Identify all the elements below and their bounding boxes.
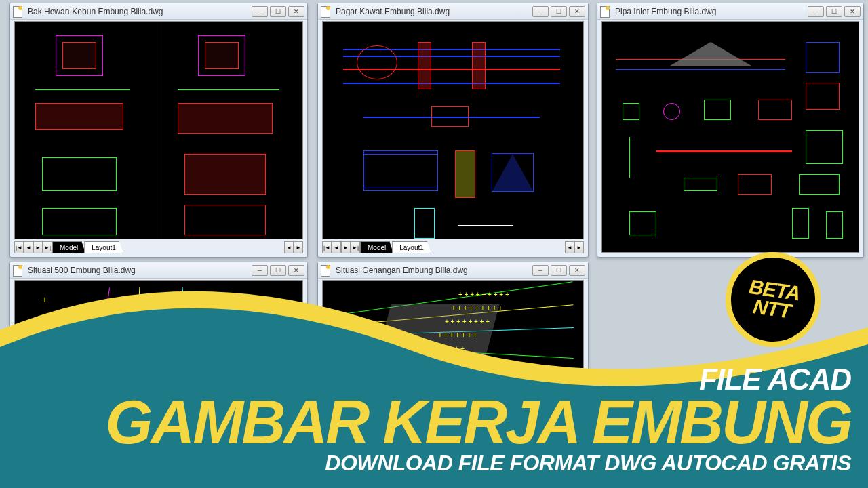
titlebar: Bak Hewan-Kebun Embung Billa.dwg ─ ☐ ✕ — [10, 3, 307, 20]
scroll-controls: ◄ ► — [565, 241, 584, 253]
window-controls: ─ ☐ ✕ — [532, 6, 585, 17]
tab-layout1[interactable]: Layout1 — [84, 241, 123, 253]
window-title: Bak Hewan-Kebun Embung Billa.dwg — [28, 7, 252, 16]
cad-window-1: Bak Hewan-Kebun Embung Billa.dwg ─ ☐ ✕ |… — [9, 3, 308, 258]
nav-last[interactable]: ►| — [351, 241, 360, 253]
nav-buttons: |◄ ◄ ► ►| — [14, 241, 52, 253]
cad-window-3: Pipa Inlet Embung Billa.dwg ─ ☐ ✕ — [597, 3, 864, 258]
tabs-row: |◄ ◄ ► ►| Model Layout1 ◄ ► — [14, 241, 303, 254]
scroll-left[interactable]: ◄ — [565, 241, 574, 253]
window-controls: ─ ☐ ✕ — [252, 6, 304, 17]
drawing-canvas[interactable] — [14, 21, 303, 239]
nav-last[interactable]: ►| — [43, 241, 52, 253]
titlebar: Pipa Inlet Embung Billa.dwg ─ ☐ ✕ — [597, 3, 863, 20]
tab-layout1[interactable]: Layout1 — [392, 241, 431, 253]
window-title: Pipa Inlet Embung Billa.dwg — [615, 7, 808, 16]
nav-buttons: |◄ ◄ ► ►| — [322, 241, 360, 253]
scroll-right[interactable]: ► — [574, 241, 584, 253]
close-button[interactable]: ✕ — [844, 6, 861, 17]
banner-text: FILE ACAD GAMBAR KERJA EMBUNG DOWNLOAD F… — [105, 363, 851, 476]
close-button[interactable]: ✕ — [569, 6, 585, 17]
cad-window-2: Pagar Kawat Embung Billa.dwg ─ ☐ ✕ |◄ ◄ … — [317, 3, 589, 258]
nav-first[interactable]: |◄ — [14, 241, 24, 253]
minimize-button[interactable]: ─ — [532, 6, 549, 17]
dwg-file-icon — [600, 6, 611, 17]
nav-prev[interactable]: ◄ — [332, 241, 341, 253]
maximize-button[interactable]: ☐ — [551, 6, 567, 17]
nav-prev[interactable]: ◄ — [24, 241, 33, 253]
scroll-controls: ◄ ► — [284, 241, 303, 253]
minimize-button[interactable]: ─ — [808, 6, 824, 17]
tab-model[interactable]: Model — [52, 241, 85, 253]
scroll-right[interactable]: ► — [294, 241, 303, 253]
tabs-row: |◄ ◄ ► ►| Model Layout1 ◄ ► — [322, 241, 584, 254]
window-controls: ─ ☐ ✕ — [808, 6, 861, 17]
drawing-canvas[interactable] — [322, 21, 584, 239]
titlebar: Pagar Kawat Embung Billa.dwg ─ ☐ ✕ — [318, 3, 588, 20]
maximize-button[interactable]: ☐ — [826, 6, 842, 17]
tab-model[interactable]: Model — [360, 241, 393, 253]
drawing-canvas[interactable] — [601, 21, 859, 253]
badge-line2: NTT — [752, 297, 792, 321]
maximize-button[interactable]: ☐ — [270, 6, 286, 17]
close-button[interactable]: ✕ — [288, 6, 304, 17]
window-title: Pagar Kawat Embung Billa.dwg — [336, 7, 532, 16]
banner-main: GAMBAR KERJA EMBUNG — [105, 396, 851, 449]
dwg-file-icon — [13, 6, 24, 17]
dwg-file-icon — [321, 6, 332, 17]
minimize-button[interactable]: ─ — [252, 6, 268, 17]
nav-next[interactable]: ► — [341, 241, 351, 253]
scroll-left[interactable]: ◄ — [284, 241, 294, 253]
nav-next[interactable]: ► — [33, 241, 43, 253]
nav-first[interactable]: |◄ — [322, 241, 332, 253]
